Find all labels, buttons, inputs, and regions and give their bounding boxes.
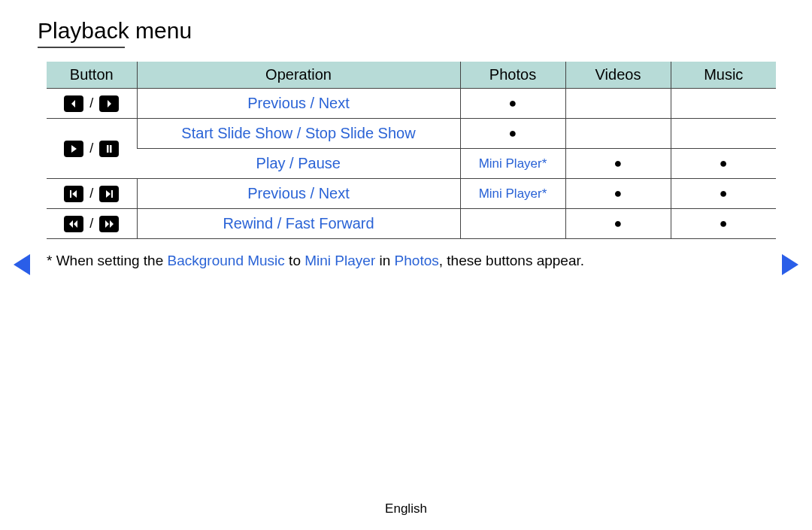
svg-rect-3 [107, 145, 109, 153]
skip-previous-icon [64, 186, 83, 202]
slash: / [89, 216, 93, 232]
header-operation: Operation [137, 62, 460, 89]
button-cell-left-right: / [47, 89, 137, 119]
operation-cell: Start Slide Show / Stop Slide Show [137, 119, 460, 149]
chevron-right-icon [99, 95, 119, 112]
header-music: Music [671, 62, 776, 89]
svg-marker-11 [105, 220, 109, 228]
table-header-row: Button Operation Photos Videos Music [47, 62, 776, 89]
table-row: / Start Slide Show / Stop Slide Show ● [47, 119, 776, 149]
svg-marker-0 [71, 100, 75, 108]
table-row: / Previous / Next Mini Player* ● ● [47, 179, 776, 209]
nav-next-icon[interactable] [782, 254, 798, 275]
photos-cell [460, 209, 565, 239]
photos-cell: ● [460, 89, 565, 119]
svg-marker-9 [69, 220, 73, 228]
footnote: * When setting the Background Music to M… [47, 253, 765, 269]
playback-table: Button Operation Photos Videos Music / [47, 62, 765, 239]
play-icon [64, 141, 83, 157]
music-cell: ● [671, 179, 776, 209]
svg-rect-5 [70, 190, 71, 198]
nav-previous-icon[interactable] [14, 254, 30, 275]
slash: / [89, 186, 93, 201]
svg-rect-8 [111, 190, 113, 198]
slash: / [89, 95, 93, 111]
button-cell-rewind-ff: / [47, 209, 137, 239]
footnote-text: to [285, 253, 304, 268]
fast-forward-icon [99, 216, 119, 232]
svg-rect-4 [110, 145, 112, 153]
music-cell: ● [671, 209, 776, 239]
chevron-left-icon [64, 95, 83, 112]
operation-cell: Previous / Next [137, 89, 460, 119]
operation-cell: Previous / Next [137, 179, 460, 209]
videos-cell: ● [565, 149, 671, 179]
music-cell: ● [671, 149, 776, 179]
pause-icon [99, 141, 119, 157]
videos-cell: ● [565, 209, 671, 239]
music-cell [671, 119, 776, 149]
footnote-photos: Photos [395, 253, 439, 268]
operation-cell: Rewind / Fast Forward [137, 209, 460, 239]
music-cell [671, 89, 776, 119]
photos-cell: ● [460, 119, 565, 149]
operation-cell: Play / Pause [137, 149, 460, 179]
photos-cell: Mini Player* [460, 179, 565, 209]
svg-marker-1 [108, 100, 111, 108]
footnote-text: , these buttons appear. [439, 253, 584, 268]
button-cell-play-pause: / [47, 119, 137, 179]
svg-marker-10 [74, 220, 77, 228]
videos-cell [565, 119, 671, 149]
header-videos: Videos [565, 62, 671, 89]
header-button: Button [47, 62, 137, 89]
table-row: / Previous / Next ● [47, 89, 776, 119]
footnote-mini-player: Mini Player [304, 253, 375, 268]
svg-marker-2 [71, 145, 77, 153]
videos-cell: ● [565, 179, 671, 209]
skip-next-icon [99, 186, 119, 202]
slash: / [89, 141, 93, 156]
photos-cell: Mini Player* [460, 149, 565, 179]
table-row: / Rewind / Fast Forward ● ● [47, 209, 776, 239]
footnote-bg-music: Background Music [168, 253, 285, 268]
button-cell-skip: / [47, 179, 137, 209]
table-row: Play / Pause Mini Player* ● ● [47, 149, 776, 179]
svg-marker-12 [110, 220, 114, 228]
svg-marker-7 [106, 190, 111, 198]
header-photos: Photos [460, 62, 565, 89]
footnote-text: * When setting the [47, 253, 168, 268]
footer-language: English [0, 501, 812, 516]
svg-marker-6 [72, 190, 77, 198]
page-title: Playback menu [38, 18, 776, 44]
footnote-text: in [375, 253, 394, 268]
videos-cell [565, 89, 671, 119]
title-underline [38, 47, 125, 48]
rewind-icon [64, 216, 83, 232]
